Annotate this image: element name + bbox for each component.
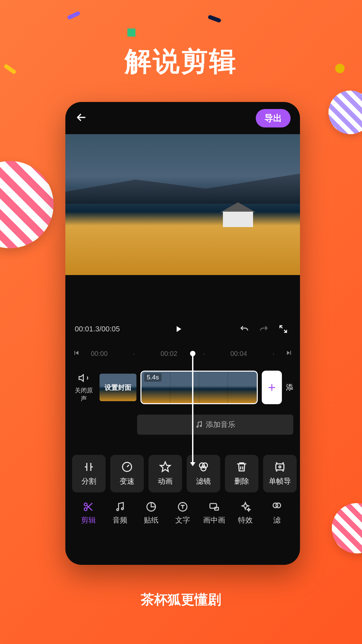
trash-icon — [236, 461, 248, 473]
current-time: 00:01.3 — [75, 325, 99, 333]
play-button[interactable] — [171, 322, 186, 336]
play-icon — [173, 324, 183, 334]
star-icon — [159, 461, 171, 473]
tab-pip[interactable]: 画中画 — [198, 501, 230, 525]
tab-label: 音频 — [113, 515, 127, 525]
tool-speed[interactable]: 变速 — [110, 455, 144, 492]
tool-label: 分割 — [81, 476, 96, 486]
redo-icon — [258, 323, 269, 335]
preview-scenery — [65, 174, 300, 204]
add-clip-label: 添 — [286, 382, 293, 392]
tab-label: 画中画 — [203, 515, 225, 525]
plus-icon: + — [268, 380, 276, 395]
set-cover-button[interactable]: 设置封面 — [100, 374, 136, 401]
music-icon — [114, 501, 126, 513]
phone-frame: 导出 00:01.3/00:05 00:00 — [65, 102, 300, 565]
fullscreen-icon — [278, 324, 288, 334]
ruler-tick: 00:02 — [161, 350, 177, 358]
undo-button[interactable] — [237, 322, 252, 336]
tab-text[interactable]: 文字 — [167, 501, 198, 525]
filter-circles-icon — [197, 461, 209, 473]
skip-end-icon — [285, 349, 293, 357]
ruler-start-button[interactable] — [72, 349, 80, 359]
gauge-icon — [121, 461, 133, 473]
ruler-tick: 00:04 — [230, 350, 247, 358]
filter-circles-icon — [271, 501, 283, 513]
ruler-tick-dot: · — [133, 350, 135, 358]
add-music-button[interactable]: 添加音乐 — [137, 415, 293, 435]
tab-audio[interactable]: 音频 — [104, 501, 136, 525]
cover-label: 设置封面 — [105, 383, 131, 392]
svg-rect-6 — [276, 464, 284, 470]
speaker-icon — [78, 372, 89, 384]
tab-label: 特效 — [238, 515, 253, 525]
svg-point-9 — [84, 508, 87, 511]
sparkle-icon — [240, 501, 251, 513]
decorative-ball — [332, 503, 362, 553]
ruler-tick-dot: · — [203, 350, 205, 358]
ruler-end-button[interactable] — [285, 349, 293, 359]
total-time: 00:05 — [102, 325, 120, 333]
svg-point-10 — [117, 509, 119, 511]
timeline[interactable]: 关闭原声 设置封面 5.4s + 添 — [65, 364, 300, 411]
back-button[interactable] — [75, 111, 88, 125]
sticker-icon — [145, 501, 157, 513]
tab-label: 滤 — [273, 515, 281, 525]
svg-point-8 — [84, 503, 87, 506]
ruler-tick: 00:00 — [91, 350, 108, 358]
time-ruler[interactable]: 00:00 · 00:02 · 00:04 · — [65, 343, 300, 364]
svg-point-0 — [197, 426, 198, 427]
tool-delete[interactable]: 删除 — [225, 455, 258, 492]
mute-label: 关闭原声 — [75, 387, 93, 402]
frame-export-icon — [274, 461, 286, 473]
tab-label: 文字 — [175, 515, 190, 525]
play-bar: 00:01.3/00:05 — [65, 315, 300, 343]
decorative-ball — [328, 91, 362, 134]
app-header: 导出 — [65, 102, 300, 134]
confetti — [207, 15, 222, 23]
mute-original-button[interactable]: 关闭原声 — [72, 372, 96, 402]
tool-label: 单帧导 — [269, 476, 291, 486]
page-title: 解说剪辑 — [0, 44, 362, 80]
tool-filter[interactable]: 滤镜 — [187, 455, 220, 492]
split-icon — [83, 461, 95, 473]
add-clip-button[interactable]: + — [262, 371, 282, 404]
confetti — [67, 11, 80, 20]
export-button[interactable]: 导出 — [256, 109, 291, 127]
tool-split[interactable]: 分割 — [72, 455, 106, 492]
tool-label: 删除 — [234, 476, 249, 486]
video-preview[interactable] — [65, 134, 300, 275]
tab-effects[interactable]: 特效 — [230, 501, 261, 525]
confetti — [127, 29, 135, 37]
tab-edit[interactable]: 剪辑 — [73, 501, 104, 525]
video-clip[interactable]: 5.4s — [140, 371, 258, 404]
ruler-ticks: 00:00 · 00:02 · 00:04 · — [84, 350, 281, 358]
bottom-tabs: 剪辑 音频 贴纸 文字 画中画 特效 滤 — [65, 501, 300, 525]
text-icon — [177, 501, 188, 513]
tool-animation[interactable]: 动画 — [148, 455, 182, 492]
arrow-left-icon — [75, 111, 88, 124]
pip-icon — [208, 501, 220, 513]
redo-button[interactable] — [256, 322, 271, 336]
playhead[interactable] — [192, 354, 193, 464]
add-music-label: 添加音乐 — [206, 420, 235, 430]
tab-label: 剪辑 — [81, 515, 96, 525]
svg-point-1 — [200, 425, 201, 427]
tab-sticker[interactable]: 贴纸 — [135, 501, 167, 525]
fullscreen-button[interactable] — [276, 322, 291, 336]
playbar-time: 00:01.3/00:05 — [75, 325, 120, 333]
decorative-ball — [0, 161, 54, 248]
music-note-icon — [195, 421, 203, 429]
page-subtitle: 茶杯狐更懂剧 — [0, 590, 362, 609]
skip-start-icon — [72, 349, 80, 357]
svg-point-11 — [121, 508, 123, 510]
tool-label: 变速 — [120, 476, 134, 486]
tab-filter[interactable]: 滤 — [261, 501, 293, 525]
tool-label: 动画 — [158, 476, 173, 486]
preview-scenery — [223, 212, 253, 227]
tool-frame-export[interactable]: 单帧导 — [263, 455, 297, 492]
tool-label: 滤镜 — [196, 476, 211, 486]
undo-icon — [239, 323, 250, 335]
ruler-tick-dot: · — [273, 350, 275, 358]
svg-point-7 — [279, 466, 281, 468]
